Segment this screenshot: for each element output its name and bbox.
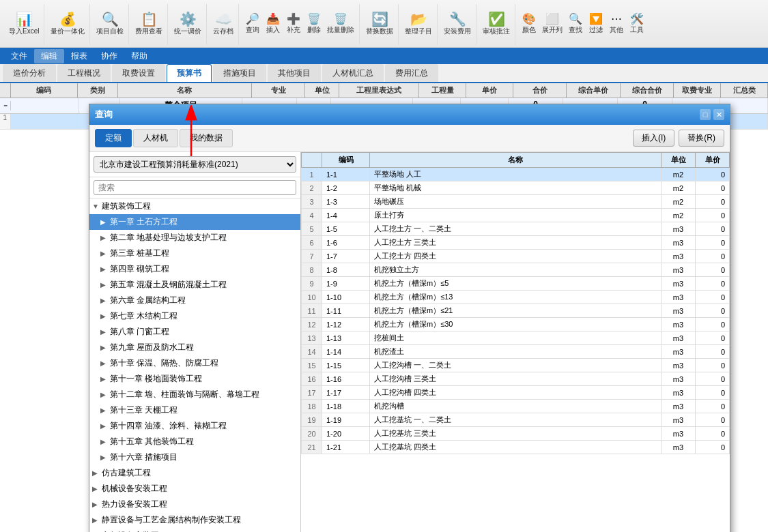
tree-node-ch8[interactable]: ▶ 第八章 门窗工程 [89, 324, 300, 340]
unified-adjust-button[interactable]: ⚙️ 统一调价 [172, 11, 203, 38]
tab-labor-material[interactable]: 人材机汇总 [322, 64, 384, 82]
data-row[interactable]: 12 1-12 机挖土方（槽深m）≤30 m3 0 [302, 318, 730, 331]
collapse-toggle[interactable]: － [0, 101, 11, 110]
tree-node-ch1[interactable]: ▶ 第一章 土石方工程 [89, 214, 300, 230]
row-code-5: 1-6 [322, 236, 370, 250]
data-row[interactable]: 18 1-18 机挖沟槽 m3 0 [302, 400, 730, 413]
dialog-insert-button[interactable]: 插入(I) [633, 130, 674, 147]
delete-button[interactable]: 🗑️ 删除 [304, 13, 324, 35]
tree-node-ch6[interactable]: ▶ 第六章 金属结构工程 [89, 293, 300, 308]
tree-node-elec[interactable]: ▶ 电气设备安装工程 [89, 528, 300, 532]
cloud-archive-button[interactable]: ☁️ 云存档 [211, 11, 236, 38]
tab-measures[interactable]: 措施项目 [213, 64, 266, 82]
tree-node-ch4[interactable]: ▶ 第四章 砌筑工程 [89, 261, 300, 277]
data-row[interactable]: 11 1-11 机挖土方（槽深m）≤21 m3 0 [302, 304, 730, 318]
tree-node-ch3[interactable]: ▶ 第三章 桩基工程 [89, 246, 300, 261]
tree-node-ch13[interactable]: ▶ 第十三章 天棚工程 [89, 402, 300, 418]
data-row[interactable]: 5 1-5 人工挖土方 一、二类土 m3 0 [302, 222, 730, 236]
data-row[interactable]: 16 1-16 人工挖沟槽 三类土 m3 0 [302, 372, 730, 386]
menu-collab[interactable]: 协作 [94, 49, 124, 63]
data-row[interactable]: 10 1-10 机挖土方（槽深m）≤13 m3 0 [302, 291, 730, 304]
row1-code[interactable] [11, 114, 78, 129]
th-unit: 单位 [662, 153, 696, 168]
data-row[interactable]: 20 1-20 人工挖基坑 三类土 m3 0 [302, 427, 730, 441]
batch-delete-button[interactable]: 🗑️ 批量删除 [325, 13, 356, 35]
row-code-4: 1-5 [322, 222, 370, 236]
row-code-13: 1-14 [322, 345, 370, 359]
tree-node-ch14[interactable]: ▶ 第十四章 油漆、涂料、裱糊工程 [89, 418, 300, 434]
dialog-minimize-button[interactable]: □ [700, 109, 711, 120]
replace-data-button[interactable]: 🔄 替换数据 [364, 11, 395, 38]
standard-selector[interactable]: 北京市建设工程预算消耗量标准(2021) [94, 156, 296, 173]
expand-button[interactable]: ⬜ 展开列 [540, 13, 565, 35]
data-row[interactable]: 7 1-7 人工挖土方 四类土 m3 0 [302, 250, 730, 263]
data-row[interactable]: 4 1-4 原土打夯 m2 0 [302, 209, 730, 222]
insert-button[interactable]: 📥 插入 [264, 13, 283, 35]
header-total: 合价 [513, 83, 567, 98]
tree-node-ch2[interactable]: ▶ 第二章 地基处理与边坡支护工程 [89, 230, 300, 246]
install-fee-button[interactable]: 🔧 安装费用 [442, 11, 473, 38]
tree-node-ch11[interactable]: ▶ 第十一章 楼地面装饰工程 [89, 371, 300, 387]
tab-budget[interactable]: 预算书 [167, 64, 212, 82]
tree-toggle-ch10: ▶ [100, 359, 109, 367]
fee-check-button[interactable]: 📋 费用查看 [133, 11, 165, 38]
row-code-12: 1-13 [322, 331, 370, 345]
filter-button[interactable]: 🔽 过滤 [586, 13, 606, 35]
menu-file[interactable]: 文件 [4, 49, 34, 63]
tree-node-ch7[interactable]: ▶ 第七章 木结构工程 [89, 308, 300, 324]
tree-node-ch16[interactable]: ▶ 第十六章 措施项目 [89, 449, 300, 465]
tab-project-overview[interactable]: 工程概况 [57, 64, 111, 82]
tab-fee-setting[interactable]: 取费设置 [112, 64, 165, 82]
tab-fee-summary[interactable]: 费用汇总 [385, 64, 438, 82]
tools-button[interactable]: 🛠️ 工具 [627, 13, 646, 35]
tree-node-arch[interactable]: ▼ 建筑装饰工程 [89, 198, 300, 214]
data-row[interactable]: 13 1-13 挖桩间土 m3 0 [302, 331, 730, 345]
tree-node-static[interactable]: ▶ 静置设备与工艺金属结构制作安装工程 [89, 512, 300, 528]
dialog-close-button[interactable]: ✕ [713, 109, 724, 120]
quote-integrated-button[interactable]: 💰 量价一体化 [48, 11, 87, 38]
menu-help[interactable]: 帮助 [124, 49, 154, 63]
tree-node-ch9[interactable]: ▶ 第九章 屋面及防水工程 [89, 340, 300, 355]
dialog-tab-mydata[interactable]: 我的数据 [180, 129, 233, 147]
import-excel-button[interactable]: 📊 导入Excel [7, 11, 41, 38]
audit-button[interactable]: ✅ 审核批注 [481, 11, 512, 38]
row-number-1: 1 [0, 114, 11, 129]
row-num-1: 2 [302, 181, 322, 195]
data-row[interactable]: 1 1-1 平整场地 人工 m2 0 [302, 168, 730, 181]
query-button[interactable]: 🔎 查询 [243, 13, 262, 35]
tree-node-antique[interactable]: ▶ 仿古建筑工程 [89, 465, 300, 481]
search-input[interactable] [94, 180, 296, 195]
data-row[interactable]: 15 1-15 人工挖沟槽 一、二类土 m3 0 [302, 359, 730, 372]
find-button[interactable]: 🔍 查找 [566, 13, 585, 35]
tree-node-ch12[interactable]: ▶ 第十二章 墙、柱面装饰与隔断、幕墙工程 [89, 387, 300, 402]
data-row[interactable]: 9 1-9 机挖土方（槽深m）≤5 m3 0 [302, 277, 730, 291]
color-button[interactable]: 🎨 颜色 [520, 13, 539, 35]
dialog-replace-button[interactable]: 替换(R) [679, 130, 724, 147]
supplement-button[interactable]: ➕ 补充 [284, 13, 303, 35]
tree-node-ch5[interactable]: ▶ 第五章 混凝土及钢筋混凝土工程 [89, 277, 300, 293]
tree-node-heat[interactable]: ▶ 热力设备安装工程 [89, 497, 300, 512]
data-row[interactable]: 17 1-17 人工挖沟槽 四类土 m3 0 [302, 386, 730, 400]
tree-node-ch15[interactable]: ▶ 第十五章 其他装饰工程 [89, 434, 300, 449]
self-check-button[interactable]: 🔍 项目自检 [94, 11, 126, 38]
data-row[interactable]: 21 1-21 人工挖基坑 四类土 m3 0 [302, 441, 730, 454]
header-price: 单价 [466, 83, 513, 98]
tab-other[interactable]: 其他项目 [268, 64, 321, 82]
dialog-tab-quota[interactable]: 定额 [95, 129, 132, 147]
tree-node-mech[interactable]: ▶ 机械设备安装工程 [89, 481, 300, 497]
row-unit-18: m3 [662, 413, 696, 427]
data-row[interactable]: 14 1-14 机挖渣土 m3 0 [302, 345, 730, 359]
dialog-tab-labor[interactable]: 人材机 [133, 129, 178, 147]
organize-button[interactable]: 📂 整理子目 [403, 11, 434, 38]
data-row[interactable]: 2 1-2 平整场地 机械 m2 0 [302, 181, 730, 195]
menu-report[interactable]: 报表 [64, 49, 94, 63]
other-button[interactable]: ⋯ 其他 [607, 13, 626, 35]
tab-cost-analysis[interactable]: 造价分析 [3, 64, 56, 82]
data-row[interactable]: 19 1-19 人工挖基坑 一、二类土 m3 0 [302, 413, 730, 427]
data-row[interactable]: 6 1-6 人工挖土方 三类土 m3 0 [302, 236, 730, 250]
data-row[interactable]: 3 1-3 场地碾压 m2 0 [302, 195, 730, 209]
data-row[interactable]: 8 1-8 机挖独立土方 m3 0 [302, 263, 730, 277]
row-unit-0: m2 [662, 168, 696, 181]
menu-edit[interactable]: 编辑 [34, 49, 64, 63]
tree-node-ch10[interactable]: ▶ 第十章 保温、隔热、防腐工程 [89, 355, 300, 371]
